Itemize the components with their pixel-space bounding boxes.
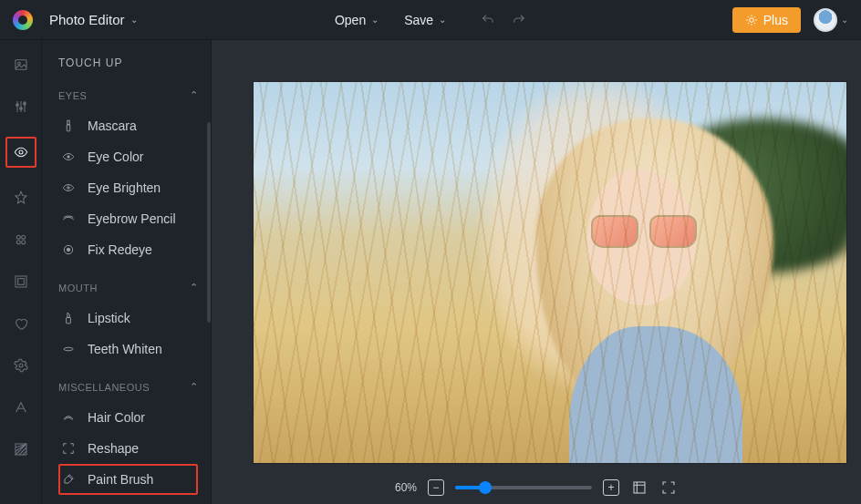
- rail-touchup[interactable]: [9, 140, 33, 164]
- chevron-down-icon: ⌄: [130, 15, 138, 25]
- tool-label: Hair Color: [88, 410, 145, 425]
- svg-rect-20: [67, 317, 71, 323]
- mascara-icon: [60, 119, 77, 132]
- tool-label: Mascara: [88, 118, 137, 133]
- svg-point-6: [19, 150, 23, 154]
- tool-label: Fix Redeye: [88, 242, 152, 257]
- rail-effects[interactable]: [9, 186, 33, 210]
- tool-paint-brush[interactable]: Paint Brush: [58, 464, 198, 495]
- app-header: Photo Editor ⌄ Open ⌄ Save ⌄ Plus ⌄: [0, 0, 861, 40]
- tool-label: Reshape: [88, 441, 139, 456]
- rail-settings[interactable]: [9, 354, 33, 377]
- fullscreen-button[interactable]: [659, 478, 678, 497]
- svg-point-17: [67, 156, 69, 158]
- reshape-icon: [60, 442, 77, 455]
- plus-upgrade-button[interactable]: Plus: [732, 7, 801, 33]
- eye-color-icon: [60, 150, 77, 163]
- brush-icon: [60, 473, 77, 486]
- redo-button[interactable]: [512, 13, 526, 27]
- svg-point-13: [19, 364, 23, 367]
- app-logo-icon: [13, 10, 33, 30]
- svg-rect-1: [16, 60, 26, 70]
- photo-wheat-overlay: [254, 82, 846, 463]
- rail-image[interactable]: [9, 53, 33, 77]
- section-misc-header[interactable]: MISCELLANEOUS ⌃: [58, 381, 198, 393]
- photo-preview[interactable]: [254, 82, 846, 463]
- rail-favorite[interactable]: [9, 312, 33, 335]
- svg-rect-15: [67, 120, 69, 125]
- svg-rect-21: [634, 482, 645, 493]
- hair-icon: [60, 411, 77, 424]
- panel-scrollbar[interactable]: [207, 122, 211, 323]
- tool-fix-redeye[interactable]: Fix Redeye: [58, 234, 207, 265]
- svg-point-4: [19, 108, 22, 110]
- svg-rect-16: [67, 125, 70, 131]
- section-eyes-label: EYES: [58, 90, 87, 101]
- tool-mascara[interactable]: Mascara: [58, 110, 207, 141]
- chevron-down-icon: ⌄: [371, 15, 379, 25]
- zoom-slider[interactable]: [455, 486, 592, 489]
- redeye-icon: [60, 243, 77, 256]
- plus-label: Plus: [763, 13, 788, 27]
- svg-point-19: [67, 248, 70, 252]
- tool-label: Eyebrow Pencil: [88, 211, 176, 226]
- avatar-icon: [814, 8, 837, 32]
- eyebrow-icon: [60, 212, 77, 225]
- zoom-slider-thumb[interactable]: [479, 481, 492, 494]
- svg-point-8: [21, 235, 25, 239]
- eye-brighten-icon: [60, 181, 77, 194]
- rail-texture[interactable]: [9, 437, 33, 461]
- zoom-controls: 60% − +: [212, 478, 861, 497]
- panel-title: TOUCH UP: [58, 57, 207, 69]
- tool-lipstick[interactable]: Lipstick: [58, 303, 207, 334]
- rail-frame[interactable]: [9, 270, 33, 293]
- header-center: Open ⌄ Save ⌄: [335, 13, 526, 27]
- rail-adjust[interactable]: [9, 95, 33, 118]
- tool-slimming[interactable]: Slimming: [58, 495, 207, 504]
- rail-text[interactable]: [9, 396, 33, 419]
- app-title: Photo Editor: [49, 12, 125, 27]
- undo-redo-group: [481, 13, 526, 27]
- app-title-dropdown[interactable]: Photo Editor ⌄: [49, 12, 138, 27]
- tool-label: Paint Brush: [88, 472, 153, 487]
- svg-rect-12: [17, 279, 24, 285]
- section-mouth-header[interactable]: MOUTH ⌃: [58, 282, 198, 293]
- header-right: Plus ⌄: [732, 7, 848, 33]
- account-menu[interactable]: ⌄: [814, 8, 848, 32]
- tool-teeth-whiten[interactable]: Teeth Whiten: [58, 334, 207, 365]
- open-label: Open: [335, 13, 366, 27]
- svg-point-2: [17, 62, 20, 65]
- svg-point-5: [23, 102, 26, 105]
- rail-graphics[interactable]: [9, 228, 33, 252]
- svg-point-3: [16, 104, 18, 107]
- svg-point-7: [16, 235, 20, 239]
- tool-eyebrow-pencil[interactable]: Eyebrow Pencil: [58, 203, 207, 234]
- tool-label: Lipstick: [88, 311, 130, 325]
- save-menu[interactable]: Save ⌄: [404, 13, 446, 27]
- tool-label: Teeth Whiten: [88, 342, 162, 356]
- tool-eye-brighten[interactable]: Eye Brighten: [58, 172, 207, 203]
- section-mouth-label: MOUTH: [58, 283, 98, 293]
- svg-point-10: [21, 241, 25, 244]
- tool-reshape[interactable]: Reshape: [58, 433, 207, 464]
- save-label: Save: [404, 13, 433, 27]
- tool-hair-color[interactable]: Hair Color: [58, 402, 207, 433]
- fit-screen-button[interactable]: [630, 478, 648, 497]
- touchup-panel: TOUCH UP EYES ⌃ Mascara Eye Color Eye Br…: [42, 40, 212, 504]
- chevron-down-icon: ⌄: [841, 15, 848, 25]
- section-misc-label: MISCELLANEOUS: [58, 382, 150, 393]
- canvas-area: 60% − +: [212, 40, 861, 504]
- tool-eye-color[interactable]: Eye Color: [58, 141, 207, 172]
- chevron-down-icon: ⌄: [439, 15, 446, 25]
- zoom-value: 60%: [395, 481, 417, 494]
- undo-button[interactable]: [481, 13, 495, 27]
- section-eyes-header[interactable]: EYES ⌃: [58, 89, 198, 101]
- chevron-up-icon: ⌃: [190, 282, 199, 293]
- svg-rect-11: [16, 276, 26, 287]
- zoom-out-button[interactable]: −: [428, 479, 444, 496]
- open-menu[interactable]: Open ⌄: [335, 13, 379, 27]
- zoom-in-button[interactable]: +: [603, 479, 619, 496]
- chevron-up-icon: ⌃: [190, 89, 199, 101]
- tool-label: Eye Color: [88, 149, 143, 164]
- tool-label: Eye Brighten: [88, 180, 161, 195]
